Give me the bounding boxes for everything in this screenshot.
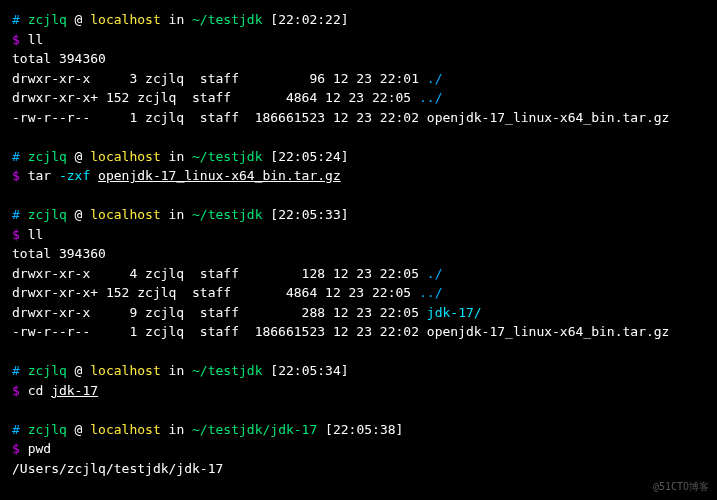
prompt-line: # zcjlq @ localhost in ~/testjdk [22:02:… (12, 10, 705, 30)
prompt-dollar: $ (12, 32, 28, 47)
prompt-host: localhost (90, 363, 160, 378)
prompt-at: @ (67, 12, 90, 27)
command-line[interactable]: $ ll (12, 225, 705, 245)
command-name: cd (28, 383, 44, 398)
prompt-user: zcjlq (28, 422, 67, 437)
prompt-line: # zcjlq @ localhost in ~/testjdk [22:05:… (12, 205, 705, 225)
command-line[interactable]: $ ll (12, 30, 705, 50)
directory-name: ../ (419, 285, 442, 300)
prompt-dollar: $ (12, 383, 28, 398)
prompt-user: zcjlq (28, 363, 67, 378)
terminal-output[interactable]: # zcjlq @ localhost in ~/testjdk [22:02:… (12, 10, 705, 478)
directory-name: ../ (419, 90, 442, 105)
prompt-in: in (161, 363, 192, 378)
directory-name: ./ (427, 71, 443, 86)
output-line: -rw-r--r-- 1 zcjlq staff 186661523 12 23… (12, 322, 705, 342)
command-line[interactable]: $ pwd (12, 439, 705, 459)
blank-line (12, 400, 705, 420)
prompt-at: @ (67, 149, 90, 164)
command-name: ll (28, 227, 44, 242)
blank-line (12, 186, 705, 206)
prompt-time: [22:05:24] (263, 149, 349, 164)
prompt-path: ~/testjdk (192, 149, 262, 164)
prompt-path: ~/testjdk (192, 207, 262, 222)
prompt-line: # zcjlq @ localhost in ~/testjdk [22:05:… (12, 361, 705, 381)
prompt-hash: # (12, 363, 28, 378)
prompt-hash: # (12, 422, 28, 437)
output-line: total 394360 (12, 244, 705, 264)
prompt-path: ~/testjdk (192, 363, 262, 378)
watermark: @51CTO博客 (653, 479, 709, 494)
prompt-in: in (161, 12, 192, 27)
prompt-time: [22:02:22] (263, 12, 349, 27)
prompt-in: in (161, 422, 192, 437)
command-name: pwd (28, 441, 51, 456)
directory-name: ./ (427, 266, 443, 281)
prompt-path: ~/testjdk (192, 12, 262, 27)
command-line[interactable]: $ cd jdk-17 (12, 381, 705, 401)
prompt-host: localhost (90, 422, 160, 437)
prompt-at: @ (67, 207, 90, 222)
blank-line (12, 127, 705, 147)
prompt-host: localhost (90, 12, 160, 27)
prompt-line: # zcjlq @ localhost in ~/testjdk [22:05:… (12, 147, 705, 167)
prompt-time: [22:05:33] (263, 207, 349, 222)
prompt-dollar: $ (12, 227, 28, 242)
output-line: drwxr-xr-x+ 152 zcjlq staff 4864 12 23 2… (12, 88, 705, 108)
prompt-path: ~/testjdk/jdk-17 (192, 422, 317, 437)
prompt-at: @ (67, 363, 90, 378)
command-arg: jdk-17 (51, 383, 98, 398)
output-line: drwxr-xr-x 9 zcjlq staff 288 12 23 22:05… (12, 303, 705, 323)
output-line: drwxr-xr-x 4 zcjlq staff 128 12 23 22:05… (12, 264, 705, 284)
command-line[interactable]: $ tar -zxf openjdk-17_linux-x64_bin.tar.… (12, 166, 705, 186)
command-file: openjdk-17_linux-x64_bin.tar.gz (98, 168, 341, 183)
prompt-in: in (161, 149, 192, 164)
prompt-time: [22:05:38] (317, 422, 403, 437)
command-name: ll (28, 32, 44, 47)
directory-name: jdk-17/ (427, 305, 482, 320)
prompt-time: [22:05:34] (263, 363, 349, 378)
prompt-host: localhost (90, 149, 160, 164)
blank-line (12, 342, 705, 362)
output-line: drwxr-xr-x 3 zcjlq staff 96 12 23 22:01 … (12, 69, 705, 89)
output-line: /Users/zcjlq/testjdk/jdk-17 (12, 459, 705, 479)
output-line: -rw-r--r-- 1 zcjlq staff 186661523 12 23… (12, 108, 705, 128)
output-line: drwxr-xr-x+ 152 zcjlq staff 4864 12 23 2… (12, 283, 705, 303)
output-line: total 394360 (12, 49, 705, 69)
prompt-host: localhost (90, 207, 160, 222)
command-name: tar (28, 168, 51, 183)
prompt-hash: # (12, 149, 28, 164)
prompt-user: zcjlq (28, 149, 67, 164)
prompt-user: zcjlq (28, 12, 67, 27)
prompt-dollar: $ (12, 168, 28, 183)
prompt-hash: # (12, 207, 28, 222)
command-flag: -zxf (51, 168, 98, 183)
prompt-in: in (161, 207, 192, 222)
prompt-at: @ (67, 422, 90, 437)
prompt-user: zcjlq (28, 207, 67, 222)
prompt-hash: # (12, 12, 28, 27)
prompt-dollar: $ (12, 441, 28, 456)
prompt-line: # zcjlq @ localhost in ~/testjdk/jdk-17 … (12, 420, 705, 440)
